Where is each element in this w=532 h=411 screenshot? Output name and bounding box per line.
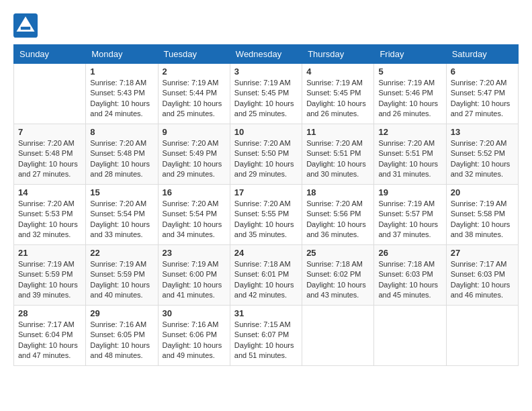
day-info: Sunrise: 7:18 AM Sunset: 6:03 PM Dayligh…	[378, 259, 441, 301]
day-info: Sunrise: 7:15 AM Sunset: 6:07 PM Dayligh…	[234, 320, 298, 361]
calendar-cell: 23 Sunrise: 7:19 AM Sunset: 6:00 PM Dayl…	[158, 245, 230, 306]
day-number: 12	[378, 127, 441, 137]
calendar-cell: 21 Sunrise: 7:19 AM Sunset: 5:59 PM Dayl…	[14, 245, 86, 306]
day-header-friday: Friday	[374, 45, 446, 64]
day-number: 29	[90, 308, 153, 318]
day-number: 24	[234, 248, 298, 258]
day-info: Sunrise: 7:20 AM Sunset: 5:54 PM Dayligh…	[163, 199, 226, 240]
day-info: Sunrise: 7:18 AM Sunset: 6:02 PM Dayligh…	[306, 259, 369, 301]
day-number: 20	[451, 187, 514, 197]
day-number: 15	[90, 187, 153, 197]
calendar-week-2: 7 Sunrise: 7:20 AM Sunset: 5:48 PM Dayli…	[14, 124, 519, 185]
day-info: Sunrise: 7:17 AM Sunset: 6:04 PM Dayligh…	[18, 320, 81, 361]
calendar-week-1: 1 Sunrise: 7:18 AM Sunset: 5:43 PM Dayli…	[14, 64, 519, 124]
calendar-cell: 29 Sunrise: 7:16 AM Sunset: 6:05 PM Dayl…	[86, 306, 158, 366]
calendar-cell: 9 Sunrise: 7:20 AM Sunset: 5:49 PM Dayli…	[158, 124, 230, 185]
calendar-cell: 20 Sunrise: 7:19 AM Sunset: 5:58 PM Dayl…	[446, 185, 518, 245]
day-number: 1	[90, 66, 153, 77]
day-info: Sunrise: 7:19 AM Sunset: 5:44 PM Dayligh…	[163, 78, 226, 120]
day-info: Sunrise: 7:20 AM Sunset: 5:51 PM Dayligh…	[306, 138, 369, 180]
day-info: Sunrise: 7:18 AM Sunset: 5:43 PM Dayligh…	[90, 78, 153, 120]
svg-rect-2	[21, 27, 30, 30]
day-number: 21	[18, 248, 81, 258]
day-number: 8	[90, 127, 153, 137]
day-number: 17	[234, 187, 298, 197]
calendar-cell: 4 Sunrise: 7:19 AM Sunset: 5:45 PM Dayli…	[302, 64, 374, 124]
day-number: 31	[234, 308, 298, 318]
calendar-table: SundayMondayTuesdayWednesdayThursdayFrid…	[13, 44, 519, 366]
calendar-cell: 28 Sunrise: 7:17 AM Sunset: 6:04 PM Dayl…	[14, 306, 86, 366]
day-number: 5	[378, 66, 441, 77]
calendar-cell	[446, 306, 518, 366]
calendar-cell	[14, 64, 86, 124]
day-header-sunday: Sunday	[14, 45, 86, 64]
calendar-cell: 13 Sunrise: 7:20 AM Sunset: 5:52 PM Dayl…	[446, 124, 518, 185]
day-info: Sunrise: 7:19 AM Sunset: 5:45 PM Dayligh…	[306, 78, 369, 120]
day-number: 7	[18, 127, 81, 137]
day-number: 2	[163, 66, 226, 77]
day-number: 22	[90, 248, 153, 258]
calendar-cell: 22 Sunrise: 7:19 AM Sunset: 5:59 PM Dayl…	[86, 245, 158, 306]
logo	[13, 13, 39, 38]
calendar-cell	[374, 306, 446, 366]
day-info: Sunrise: 7:19 AM Sunset: 5:45 PM Dayligh…	[234, 78, 298, 120]
day-number: 28	[18, 308, 81, 318]
calendar-cell: 10 Sunrise: 7:20 AM Sunset: 5:50 PM Dayl…	[230, 124, 302, 185]
day-info: Sunrise: 7:19 AM Sunset: 5:46 PM Dayligh…	[378, 78, 441, 120]
day-number: 3	[234, 66, 298, 77]
day-info: Sunrise: 7:20 AM Sunset: 5:49 PM Dayligh…	[163, 138, 226, 180]
day-number: 16	[163, 187, 226, 197]
calendar-week-5: 28 Sunrise: 7:17 AM Sunset: 6:04 PM Dayl…	[14, 306, 519, 366]
calendar-cell: 26 Sunrise: 7:18 AM Sunset: 6:03 PM Dayl…	[374, 245, 446, 306]
day-number: 18	[306, 187, 369, 197]
day-info: Sunrise: 7:17 AM Sunset: 6:03 PM Dayligh…	[451, 259, 514, 301]
day-info: Sunrise: 7:20 AM Sunset: 5:54 PM Dayligh…	[90, 199, 153, 240]
page-header	[13, 13, 519, 38]
day-header-wednesday: Wednesday	[230, 45, 302, 64]
calendar-cell: 15 Sunrise: 7:20 AM Sunset: 5:54 PM Dayl…	[86, 185, 158, 245]
day-info: Sunrise: 7:20 AM Sunset: 5:48 PM Dayligh…	[18, 138, 81, 180]
calendar-cell: 6 Sunrise: 7:20 AM Sunset: 5:47 PM Dayli…	[446, 64, 518, 124]
day-number: 14	[18, 187, 81, 197]
calendar-cell	[302, 306, 374, 366]
day-info: Sunrise: 7:19 AM Sunset: 5:58 PM Dayligh…	[451, 199, 514, 240]
calendar-cell: 1 Sunrise: 7:18 AM Sunset: 5:43 PM Dayli…	[86, 64, 158, 124]
day-header-saturday: Saturday	[446, 45, 518, 64]
calendar-cell: 5 Sunrise: 7:19 AM Sunset: 5:46 PM Dayli…	[374, 64, 446, 124]
day-info: Sunrise: 7:18 AM Sunset: 6:01 PM Dayligh…	[234, 259, 298, 301]
calendar-cell: 16 Sunrise: 7:20 AM Sunset: 5:54 PM Dayl…	[158, 185, 230, 245]
calendar-cell: 17 Sunrise: 7:20 AM Sunset: 5:55 PM Dayl…	[230, 185, 302, 245]
day-number: 9	[163, 127, 226, 137]
day-number: 26	[378, 248, 441, 258]
day-number: 6	[451, 66, 514, 77]
calendar-cell: 24 Sunrise: 7:18 AM Sunset: 6:01 PM Dayl…	[230, 245, 302, 306]
day-info: Sunrise: 7:20 AM Sunset: 5:52 PM Dayligh…	[451, 138, 514, 180]
day-number: 11	[306, 127, 369, 137]
calendar-cell: 18 Sunrise: 7:20 AM Sunset: 5:56 PM Dayl…	[302, 185, 374, 245]
day-info: Sunrise: 7:19 AM Sunset: 6:00 PM Dayligh…	[163, 259, 226, 301]
day-info: Sunrise: 7:20 AM Sunset: 5:53 PM Dayligh…	[18, 199, 81, 240]
calendar-cell: 2 Sunrise: 7:19 AM Sunset: 5:44 PM Dayli…	[158, 64, 230, 124]
calendar-cell: 8 Sunrise: 7:20 AM Sunset: 5:48 PM Dayli…	[86, 124, 158, 185]
day-header-monday: Monday	[86, 45, 158, 64]
calendar-week-4: 21 Sunrise: 7:19 AM Sunset: 5:59 PM Dayl…	[14, 245, 519, 306]
day-info: Sunrise: 7:20 AM Sunset: 5:56 PM Dayligh…	[306, 199, 369, 240]
day-header-tuesday: Tuesday	[158, 45, 230, 64]
day-number: 25	[306, 248, 369, 258]
day-info: Sunrise: 7:20 AM Sunset: 5:47 PM Dayligh…	[451, 78, 514, 120]
day-info: Sunrise: 7:19 AM Sunset: 5:59 PM Dayligh…	[18, 259, 81, 301]
day-number: 23	[163, 248, 226, 258]
day-info: Sunrise: 7:19 AM Sunset: 5:57 PM Dayligh…	[378, 199, 441, 240]
calendar-cell: 12 Sunrise: 7:20 AM Sunset: 5:51 PM Dayl…	[374, 124, 446, 185]
calendar-cell: 27 Sunrise: 7:17 AM Sunset: 6:03 PM Dayl…	[446, 245, 518, 306]
day-info: Sunrise: 7:20 AM Sunset: 5:55 PM Dayligh…	[234, 199, 298, 240]
calendar-cell: 14 Sunrise: 7:20 AM Sunset: 5:53 PM Dayl…	[14, 185, 86, 245]
day-info: Sunrise: 7:19 AM Sunset: 5:59 PM Dayligh…	[90, 259, 153, 301]
day-number: 30	[163, 308, 226, 318]
calendar-week-3: 14 Sunrise: 7:20 AM Sunset: 5:53 PM Dayl…	[14, 185, 519, 245]
day-header-thursday: Thursday	[302, 45, 374, 64]
calendar-cell: 11 Sunrise: 7:20 AM Sunset: 5:51 PM Dayl…	[302, 124, 374, 185]
day-number: 13	[451, 127, 514, 137]
calendar-cell: 19 Sunrise: 7:19 AM Sunset: 5:57 PM Dayl…	[374, 185, 446, 245]
day-info: Sunrise: 7:20 AM Sunset: 5:48 PM Dayligh…	[90, 138, 153, 180]
